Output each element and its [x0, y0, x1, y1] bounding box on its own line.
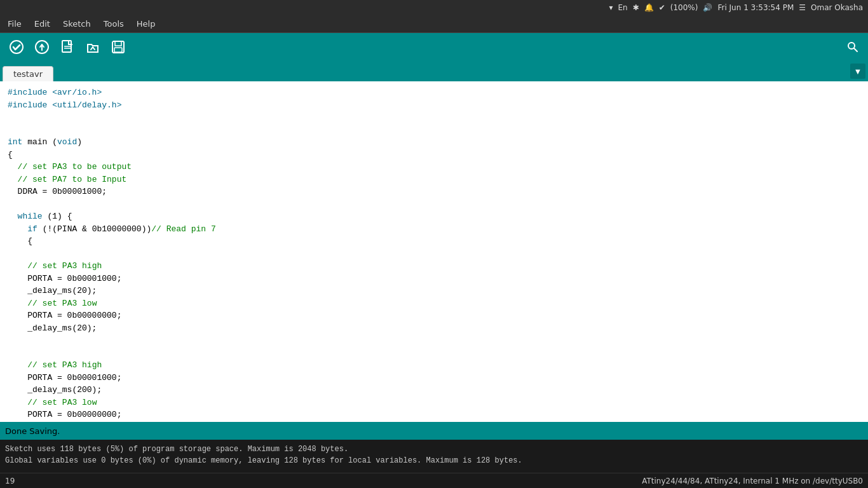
code-line: _delay_ms(20); [8, 285, 860, 297]
system-bar: ▾ En ✱ 🔔 ✔ (100%) 🔊 Fri Jun 1 3:53:54 PM… [0, 0, 868, 15]
code-line: // set PA3 low [8, 396, 860, 409]
code-line: if (!(PINA & 0b10000000))// Read pin 7 [8, 223, 860, 236]
bottom-bar: 19 ATtiny24/44/84, ATtiny24, Internal 1 … [0, 473, 868, 488]
menu-sketch[interactable]: Sketch [58, 18, 96, 30]
console-line-1: Sketch uses 118 bytes (5%) of program st… [5, 444, 863, 455]
code-line: while (1) { [8, 210, 860, 223]
datetime: Fri Jun 1 3:53:54 PM [717, 3, 794, 12]
code-line [8, 111, 860, 124]
code-line: _delay_ms(20); [8, 322, 860, 335]
tabs-bar: testavr ▼ [0, 61, 868, 81]
console-line-2: Global variables use 0 bytes (0%) of dyn… [5, 455, 863, 466]
svg-point-0 [10, 41, 23, 53]
menu-file[interactable]: File [3, 18, 27, 30]
code-line: _delay_ms(200); [8, 384, 860, 396]
code-line: DDRA = 0b00001000; [8, 186, 860, 198]
code-line: #include <avr/io.h> [8, 86, 860, 99]
code-line: PORTA = 0b00001000; [8, 372, 860, 384]
battery-percentage: (100%) [670, 3, 698, 12]
username: Omar Okasha [811, 3, 863, 12]
svg-rect-7 [115, 41, 121, 46]
bell-icon: 🔔 [644, 3, 654, 12]
code-line [8, 347, 860, 360]
code-line [8, 248, 860, 261]
code-line: int main (void) [8, 136, 860, 149]
code-line [8, 124, 860, 137]
new-button[interactable] [56, 36, 79, 58]
svg-rect-8 [114, 48, 122, 52]
save-button[interactable] [107, 36, 130, 58]
code-line: PORTA = 0b00000000; [8, 409, 860, 421]
code-line: // set PA3 high [8, 359, 860, 372]
code-line: PORTA = 0b00000000; [8, 309, 860, 322]
line-number: 19 [5, 477, 15, 485]
code-line: { [8, 149, 860, 161]
upload-button[interactable] [31, 36, 53, 58]
code-line: #include <util/delay.h> [8, 99, 860, 112]
tab-dropdown-button[interactable]: ▼ [850, 64, 865, 79]
menu-edit[interactable]: Edit [29, 18, 55, 30]
lang-indicator: En [618, 3, 627, 12]
code-line: // set PA7 to be Input [8, 173, 860, 186]
editor-container: #include <avr/io.h> #include <util/delay… [0, 81, 868, 488]
code-line: // set PA3 high [8, 260, 860, 273]
code-line: PORTA = 0b00001000; [8, 273, 860, 285]
code-line: { [8, 235, 860, 248]
bluetooth-icon: ✱ [633, 3, 639, 12]
console-output: Sketch uses 118 bytes (5%) of program st… [0, 440, 868, 473]
menu-bar: File Edit Sketch Tools Help [0, 15, 868, 33]
toolbar [0, 33, 868, 61]
status-bar: Done Saving. [0, 422, 868, 440]
open-button[interactable] [81, 36, 104, 58]
code-editor[interactable]: #include <avr/io.h> #include <util/delay… [0, 81, 868, 422]
menu-tools[interactable]: Tools [98, 18, 129, 30]
code-line: // set PA3 to be output [8, 161, 860, 173]
svg-line-10 [854, 48, 857, 51]
verify-button[interactable] [5, 36, 28, 58]
wifi-icon: ▾ [609, 3, 613, 12]
battery-check-icon: ✔ [659, 3, 665, 12]
status-message: Done Saving. [5, 426, 60, 436]
code-line: // set PA3 low [8, 297, 860, 310]
code-line [8, 334, 860, 347]
user-icon: ☰ [799, 3, 806, 12]
tab-testavr[interactable]: testavr [3, 66, 53, 81]
volume-icon: 🔊 [703, 3, 712, 12]
search-button[interactable] [843, 37, 863, 57]
menu-help[interactable]: Help [132, 18, 161, 30]
board-info: ATtiny24/44/84, ATtiny24, Internal 1 MHz… [642, 477, 863, 485]
code-line [8, 198, 860, 211]
